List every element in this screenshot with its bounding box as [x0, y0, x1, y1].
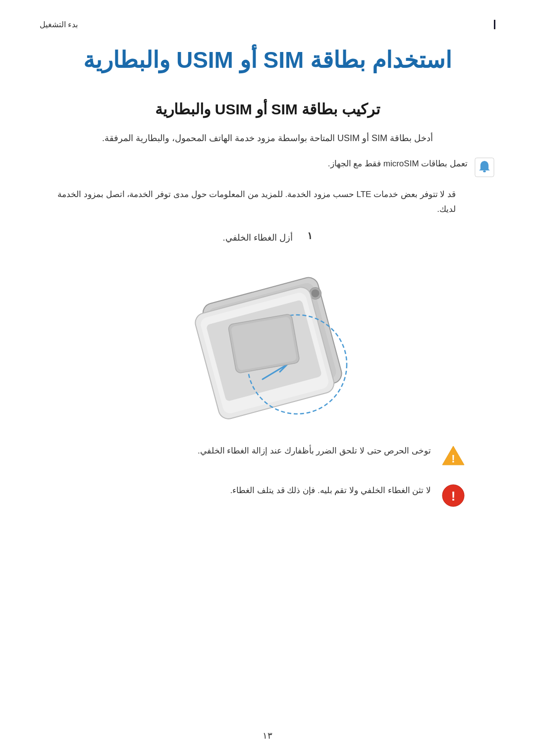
svg-rect-1 [483, 170, 485, 172]
step-1-row: ١ أزل الغطاء الخلفي. [40, 230, 495, 246]
warning-1-text: توخى الحرص حتى لا تلحق الضرر بأظفارك عند… [69, 444, 431, 459]
step-1-number: ١ [300, 230, 313, 242]
warning-1-row: ! توخى الحرص حتى لا تلحق الضرر بأظفارك ع… [69, 444, 466, 468]
svg-point-2 [483, 161, 485, 163]
page-number: ١٣ [263, 731, 272, 741]
warning-triangle-icon: ! [441, 444, 466, 468]
page-footer: ١٣ [0, 730, 535, 741]
page-container: بدء التشغيل استخدام بطاقة SIM أو USIM وا… [0, 0, 535, 756]
page-title: استخدام بطاقة SIM أو USIM والبطارية [40, 44, 495, 76]
svg-text:!: ! [451, 489, 456, 504]
note-1-row: تعمل بطاقات microSIM فقط مع الجهاز. [40, 156, 495, 178]
warning-2-row: ! لا تثن الغطاء الخلفي ولا تقم بليه. فإن… [69, 483, 466, 508]
caution-circle-icon: ! [441, 483, 466, 508]
note-1-text: تعمل بطاقات microSIM فقط مع الجهاز. [40, 156, 468, 172]
section-title: تركيب بطاقة SIM أو USIM والبطارية [40, 101, 495, 118]
note-2-text: قد لا تتوفر بعض خدمات LTE حسب مزود الخدم… [40, 187, 456, 217]
device-illustration [144, 265, 391, 424]
main-description: أدخل بطاقة SIM أو USIM المتاحة بواسطة مز… [40, 130, 495, 146]
svg-text:!: ! [451, 453, 455, 465]
note-2-row: قد لا تتوفر بعض خدمات LTE حسب مزود الخدم… [40, 187, 495, 217]
step-1-text: أزل الغطاء الخلفي. [223, 230, 293, 246]
bell-icon [474, 156, 495, 178]
warning-2-text: لا تثن الغطاء الخلفي ولا تقم بليه. فإن ذ… [69, 483, 431, 499]
header-bar: بدء التشغيل [40, 20, 495, 29]
header-label: بدء التشغيل [40, 20, 78, 29]
